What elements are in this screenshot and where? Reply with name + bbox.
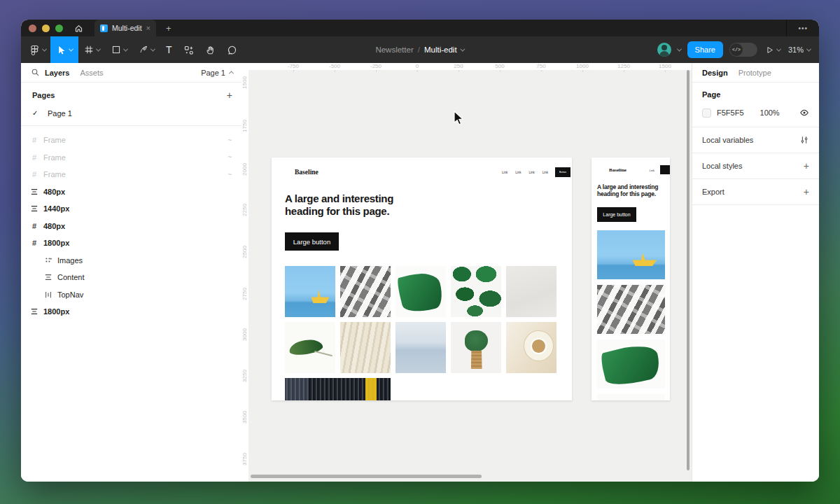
frame-1800px[interactable]: 1800px Baseline Link Link Link Link Butt… [272, 158, 572, 400]
shape-tool-button[interactable] [106, 36, 133, 63]
tab-assets[interactable]: Assets [80, 69, 103, 77]
tab-layers[interactable]: Layers [45, 69, 69, 77]
ruler-tick: 500 [495, 63, 504, 69]
chevron-down-icon [150, 46, 155, 51]
text-tool-button[interactable]: T [160, 36, 178, 63]
page-switcher[interactable]: Page 1 [201, 69, 233, 77]
canvas[interactable]: -750 -500 -250 0 250 500 750 1000 1250 1… [241, 63, 692, 482]
ruler-tick: 2500 [241, 238, 248, 266]
color-opacity-value[interactable]: 100% [760, 108, 780, 117]
horizontal-scrollbar[interactable] [251, 475, 482, 478]
local-styles-label: Local styles [702, 162, 742, 170]
tab-prototype[interactable]: Prototype [738, 69, 771, 77]
design-nav-button: Button [555, 167, 570, 177]
avatar[interactable] [657, 43, 671, 57]
page-list-item[interactable]: ✓ Page 1 [21, 104, 241, 122]
layer-row-480px-frame[interactable]: # 480px [21, 218, 241, 235]
frame-480px[interactable]: 480px Baseline Link A large and interest… [592, 158, 670, 400]
layer-row-1440px[interactable]: 1440px [21, 200, 241, 218]
image-flat-leaf [285, 322, 335, 373]
chevron-up-icon [229, 71, 234, 76]
layer-name: 1440px [43, 204, 69, 213]
variables-icon[interactable] [799, 135, 809, 145]
add-page-button[interactable]: + [227, 90, 232, 101]
ruler-tick: 3500 [241, 403, 248, 431]
layer-row-frame[interactable]: # Frame ~ [21, 166, 241, 183]
ruler-tick: 0 [416, 63, 419, 69]
image-concrete-texture [506, 266, 556, 317]
layer-name: Images [57, 256, 83, 265]
breadcrumb-file[interactable]: Multi-edit [424, 46, 457, 54]
zoom-menu[interactable]: 31% [788, 46, 811, 54]
move-tool-button[interactable] [50, 36, 78, 63]
local-styles-row[interactable]: Local styles + [692, 153, 819, 179]
window-more-button[interactable]: ••• [786, 20, 819, 36]
figma-window: Multi-edit × + ••• [21, 20, 819, 482]
hand-tool-button[interactable] [200, 36, 221, 63]
pen-tool-button[interactable] [133, 36, 160, 63]
image-misty-sea [396, 322, 446, 373]
image-green-leaf [597, 340, 665, 388]
layer-row-480px[interactable]: 480px [21, 183, 241, 201]
zoom-window-button[interactable] [55, 24, 63, 32]
file-tab[interactable]: Multi-edit × [94, 20, 156, 36]
resources-icon [183, 45, 194, 55]
layer-row-1800px-frame[interactable]: # 1800px [21, 234, 241, 252]
share-button[interactable]: Share [687, 41, 723, 58]
autolayout-vertical-icon [30, 204, 38, 213]
layer-row-content[interactable]: Content [21, 269, 241, 286]
chevron-down-icon[interactable] [461, 46, 465, 51]
image-sand-ripples [340, 322, 391, 373]
actions-tool-button[interactable] [178, 36, 200, 63]
minimize-window-button[interactable] [42, 24, 50, 32]
ruler-tick: -250 [370, 63, 382, 69]
image-green-leaf [597, 394, 665, 400]
color-hex-value[interactable]: F5F5F5 [717, 108, 744, 117]
new-tab-button[interactable]: + [166, 23, 172, 34]
layer-name: 480px [43, 188, 65, 196]
local-variables-row[interactable]: Local variables [692, 127, 819, 153]
zoom-level: 31% [788, 46, 804, 54]
tab-close-icon[interactable]: × [146, 24, 150, 32]
eye-icon [799, 108, 809, 118]
home-icon[interactable] [74, 24, 83, 33]
tab-design[interactable]: Design [702, 69, 728, 77]
chevron-down-icon [123, 46, 128, 51]
search-icon[interactable] [31, 68, 40, 77]
vertical-scrollbar[interactable] [687, 70, 690, 470]
close-window-button[interactable] [29, 24, 36, 32]
breadcrumb-project[interactable]: Newsletter [375, 46, 413, 54]
comment-tool-button[interactable] [221, 36, 243, 63]
chevron-down-icon[interactable] [677, 46, 682, 51]
chevron-down-icon [96, 46, 101, 51]
export-row[interactable]: Export + [692, 179, 819, 205]
layer-row-frame[interactable]: # Frame ~ [21, 132, 241, 149]
design-heading: A large and interesting heading for this… [597, 183, 668, 197]
add-style-button[interactable]: + [804, 160, 809, 172]
layer-row-1800px[interactable]: 1800px [21, 303, 241, 321]
image-paper-boat-sky [597, 230, 665, 279]
add-export-button[interactable]: + [804, 186, 809, 197]
layer-name: Content [57, 273, 85, 281]
grid-icon [44, 256, 52, 265]
layer-name: Frame [43, 170, 66, 178]
present-button[interactable] [764, 36, 782, 63]
layer-name: 480px [43, 222, 65, 230]
layer-name: Frame [43, 136, 66, 144]
layer-row-frame[interactable]: # Frame ~ [21, 149, 241, 167]
design-nav-link: Link [515, 171, 521, 174]
layer-row-topnav[interactable]: TopNav [21, 286, 241, 304]
ruler-tick: 1250 [617, 63, 630, 69]
layer-name: 1800px [43, 239, 69, 247]
frame-tool-button[interactable] [78, 36, 106, 63]
dev-mode-toggle[interactable]: </> [729, 43, 757, 57]
layer-row-images[interactable]: Images [21, 252, 241, 270]
ruler-tick: -500 [329, 63, 340, 69]
layers-list: # Frame ~ # Frame ~ # Frame ~ [21, 126, 241, 321]
ruler-tick: 2250 [241, 196, 248, 224]
frame-icon: # [32, 239, 36, 247]
main-menu-button[interactable] [25, 36, 50, 63]
chevron-down-icon [42, 46, 47, 51]
color-swatch[interactable] [702, 108, 711, 118]
visibility-toggle[interactable] [799, 108, 809, 118]
